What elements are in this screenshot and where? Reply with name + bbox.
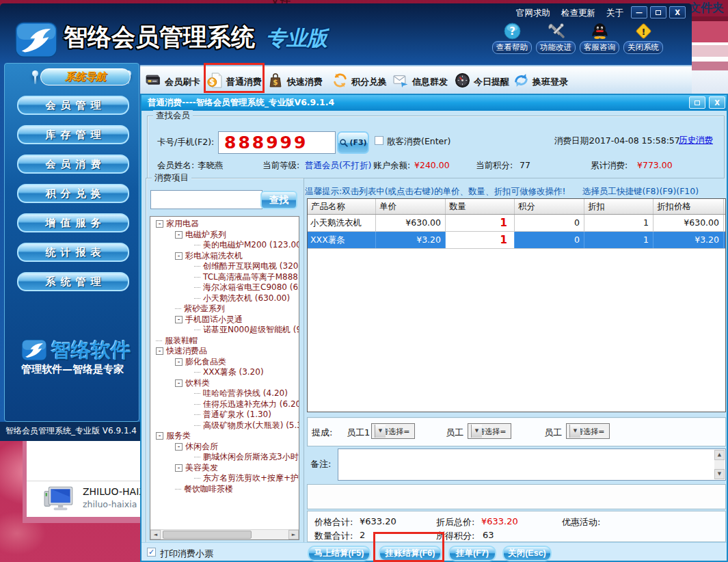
scroll-up-icon[interactable]: ▲ [714,450,725,460]
column-header-0[interactable]: 产品名称 [308,199,376,214]
tree-item[interactable]: TCL高清液晶等离子M888 (2365 [150,272,299,283]
tree-item[interactable]: -膨化食品类 [150,357,299,368]
titlebar-link-0[interactable]: 官网求助 [516,8,550,19]
member-search-button[interactable]: (F3) [337,131,369,154]
toolbar-item-recycle[interactable]: 积分兑换 [332,72,387,91]
toolbar-item-gauge[interactable]: 今日提醒 [455,72,509,91]
tree-horizontal-scrollbar[interactable]: ◄ ► [150,529,299,539]
cart-cell[interactable]: ¥630.00 [376,215,446,231]
cart-cell[interactable]: 0 [515,215,584,231]
cart-cell[interactable]: 1 [446,232,515,248]
quick-action-qq[interactable]: 客服咨询 [580,22,619,54]
toolbar-item-mail[interactable]: 信息群发 [393,72,448,91]
dialog-titlebar[interactable]: 普通消费----智络会员管理系统_专业版V6.9.1.4 [141,95,727,111]
staff-select-2[interactable]: =请选择=▼ [566,423,610,439]
window-maximize-button[interactable] [650,6,666,18]
toolbar-item-bag[interactable]: $快速消费 [268,72,323,91]
tree-item[interactable]: 哇哈哈营养快线 (4.20) [150,388,299,399]
tree-item[interactable]: XXX薯条 (3.20) [150,367,299,378]
tree-item[interactable]: -彩电冰箱洗衣机 [150,251,299,262]
history-link[interactable]: 历史消费 [679,135,713,146]
tree-item[interactable]: 普通矿泉水 (1.30) [150,410,299,420]
quick-action-warn[interactable]: !关闭系统 [623,22,663,54]
settle-now-button[interactable]: 马上结算(F5) [308,546,370,561]
scroll-left-icon[interactable]: ◄ [150,530,161,539]
sidebar-item-3[interactable]: 积分兑换 [17,184,129,203]
quick-action-tools[interactable]: 功能改进 [536,22,576,54]
tree-item[interactable]: -饮料类 [150,378,299,389]
close-button[interactable]: 关闭(Esc) [502,546,552,561]
tree-item[interactable]: 东方名剪洗剪吹+按摩+护理(1 [150,473,299,484]
sidebar-item-6[interactable]: 系统管理 [17,272,129,291]
column-header-3[interactable]: 积分 [515,199,584,214]
print-receipt-checkbox[interactable]: ✓ [147,548,156,557]
scrollbar-thumb[interactable] [163,531,252,539]
cart-cell[interactable]: 1 [446,215,515,231]
tree-item[interactable]: 创维酷开互联网电视 (3200.88 [150,261,299,272]
remark-scrollbar[interactable]: ▲ ▼ [714,450,725,479]
dialog-maximize-button[interactable] [689,96,705,109]
cart-cell[interactable]: ¥3.20 [376,232,446,248]
cart-cell[interactable]: 小天鹅洗衣机 [308,215,376,231]
item-search-button[interactable]: 查找 [260,191,297,209]
cart-cell[interactable]: 1 [584,232,653,248]
scroll-down-icon[interactable]: ▼ [714,469,725,479]
chevron-down-icon[interactable]: ▼ [569,425,580,438]
scroll-right-icon[interactable]: ► [288,530,299,539]
cart-row[interactable]: XXX薯条¥3.20101¥3.20 [308,232,725,249]
expander-icon[interactable]: - [156,432,163,440]
tree-item[interactable]: 餐饮咖啡茶楼 [150,484,299,495]
cart-cell[interactable]: XXX薯条 [308,232,376,248]
cart-cell[interactable]: ¥3.20 [653,232,724,248]
expander-icon[interactable]: - [156,220,163,228]
tree-item[interactable]: -服务类 [150,431,299,442]
expander-icon[interactable]: - [175,231,183,239]
sidebar-item-5[interactable]: 统计报表 [17,243,129,262]
sidebar-item-4[interactable]: 增值服务 [17,213,129,232]
tree-item[interactable]: -家用电器 [150,219,299,230]
tree-item[interactable]: 美的电磁炉M200 (123.00) [150,240,299,251]
cart-cell[interactable]: ¥630.00 [653,215,724,231]
tree-item[interactable]: 海尔冰箱省电王C9080 (6548.0 [150,282,299,293]
window-minimize-button[interactable]: — [631,6,647,18]
expander-icon[interactable]: - [175,379,183,387]
staff-select-0[interactable]: =请选择=▼ [371,423,415,439]
tree-item[interactable]: 服装鞋帽 [150,336,299,347]
tree-item[interactable]: 佳得乐迅速补充体力 (6.20) [150,399,299,410]
tree-item[interactable]: 小天鹅洗衣机 (630.00) [150,293,299,304]
window-close-button[interactable]: X [669,6,686,18]
cart-cell[interactable]: 1 [584,215,653,231]
cart-row[interactable]: 小天鹅洗衣机¥630.00101¥630.00 [308,215,725,232]
titlebar-link-2[interactable]: 关于 [606,8,623,19]
tree-item[interactable]: -电磁炉系列 [150,230,299,241]
hold-order-button[interactable]: 挂单(F7) [448,546,496,561]
expander-icon[interactable]: - [175,316,183,323]
column-header-4[interactable]: 折扣 [584,199,653,214]
card-number-input[interactable] [218,131,336,154]
expander-icon[interactable]: - [175,252,183,260]
staff-select-1[interactable]: =请选择=▼ [468,423,511,439]
expander-icon[interactable]: - [175,464,183,472]
tree-item[interactable]: -美容美发 [150,463,299,474]
column-header-2[interactable]: 数量 [446,199,515,214]
tree-item[interactable]: 诺基亚N000超级智能机 (9999. [150,325,299,336]
column-header-5[interactable]: 折扣价格 [653,199,724,214]
toolbar-item-swap[interactable]: 换班登录 [513,72,568,91]
expander-icon[interactable]: - [156,347,163,355]
dialog-close-button[interactable]: X [709,96,725,109]
tree-item[interactable]: -快速消费品 [150,346,299,357]
tree-item[interactable]: -手机固话小灵通 [150,315,299,325]
chevron-down-icon[interactable]: ▼ [471,425,482,438]
sidebar-item-0[interactable]: 会员管理 [17,96,129,115]
computer-icon[interactable] [43,485,76,518]
tree-item[interactable]: 高级矿物质水(大瓶装) (5.30) [150,420,299,431]
quick-action-help[interactable]: ?查看帮助 [492,22,532,54]
tree-item[interactable]: 鹏城休闲会所斯洛克3小时激 [150,452,299,463]
toolbar-item-card[interactable]: 会员刷卡 [146,72,200,91]
chevron-down-icon[interactable]: ▼ [375,425,386,438]
expander-icon[interactable]: - [175,443,183,451]
cart-cell[interactable]: 0 [515,232,584,248]
titlebar-link-1[interactable]: 检查更新 [561,8,595,19]
column-header-1[interactable]: 单价 [376,199,446,214]
expander-icon[interactable]: - [175,358,183,366]
